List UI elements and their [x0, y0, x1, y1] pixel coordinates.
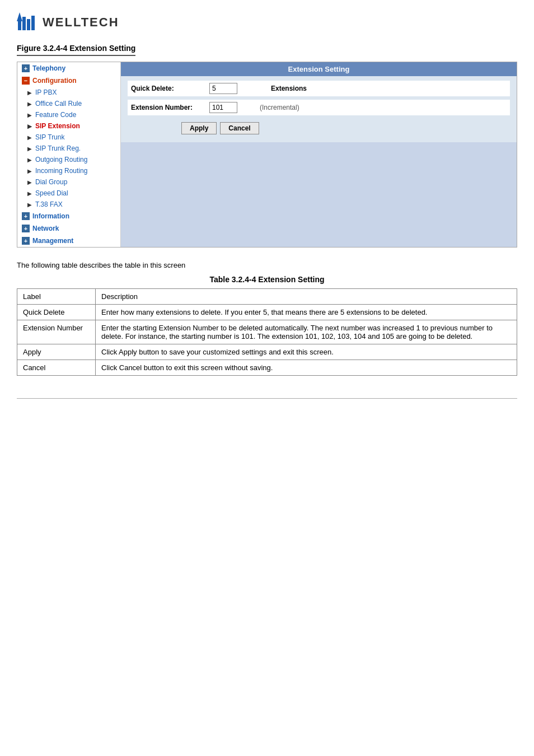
- col-header-label: Label: [17, 289, 96, 305]
- sidebar-label-management: Management: [32, 237, 73, 245]
- table-title: Table 3.2.4-4 Extension Setting: [17, 275, 517, 284]
- arrow-icon-ip-pbx: ▶: [27, 90, 33, 96]
- sidebar-item-ip-pbx[interactable]: ▶ IP PBX: [17, 87, 120, 98]
- svg-marker-1: [17, 12, 22, 21]
- svg-rect-0: [18, 21, 21, 30]
- welltech-logo-icon: [17, 11, 39, 34]
- sidebar: + Telephony − Configuration ▶ IP PBX ▶ O…: [17, 62, 121, 247]
- quick-delete-input[interactable]: [209, 83, 237, 94]
- sidebar-item-sip-trunk-reg[interactable]: ▶ SIP Trunk Reg.: [17, 143, 120, 154]
- content-body: Quick Delete: Extensions Extension Numbe…: [121, 76, 517, 142]
- arrow-icon-sip-extension: ▶: [27, 123, 33, 129]
- sidebar-label-sip-trunk-reg: SIP Trunk Reg.: [35, 144, 81, 152]
- figure-title: Figure 3.2.4-4 Extension Setting: [17, 44, 135, 56]
- sidebar-label-sip-extension: SIP Extension: [35, 122, 80, 130]
- arrow-icon-outgoing-routing: ▶: [27, 157, 33, 163]
- extension-number-row: Extension Number: (Incremental): [128, 100, 510, 115]
- sidebar-item-outgoing-routing[interactable]: ▶ Outgoing Routing: [17, 154, 120, 165]
- bottom-divider: [17, 398, 517, 399]
- table-row: Quick DeleteEnter how many extensions to…: [17, 305, 517, 320]
- sidebar-label-sip-trunk: SIP Trunk: [35, 133, 64, 141]
- col-header-description: Description: [96, 289, 517, 305]
- table-cell-description: Enter how many extensions to delete. If …: [96, 305, 517, 320]
- sidebar-label-speed-dial: Speed Dial: [35, 189, 68, 197]
- sidebar-label-dial-group: Dial Group: [35, 178, 67, 186]
- table-row: Extension NumberEnter the starting Exten…: [17, 320, 517, 344]
- sidebar-item-t38-fax[interactable]: ▶ T.38 FAX: [17, 199, 120, 210]
- logo-text: WELLTECH: [43, 15, 119, 30]
- arrow-icon-speed-dial: ▶: [27, 190, 33, 197]
- apply-button[interactable]: Apply: [181, 122, 217, 134]
- table-cell-description: Click Apply button to save your customiz…: [96, 344, 517, 360]
- table-cell-label: Apply: [17, 344, 96, 360]
- table-row: CancelClick Cancel button to exit this s…: [17, 360, 517, 376]
- table-cell-description: Enter the starting Extension Number to b…: [96, 320, 517, 344]
- network-plus-icon: +: [22, 225, 30, 232]
- sidebar-label-network: Network: [32, 225, 59, 232]
- sidebar-item-configuration[interactable]: − Configuration: [17, 74, 120, 87]
- sidebar-label-configuration: Configuration: [32, 77, 77, 85]
- cancel-button[interactable]: Cancel: [220, 122, 259, 134]
- quick-delete-suffix: Extensions: [271, 85, 307, 92]
- sidebar-label-information: Information: [32, 212, 69, 220]
- sidebar-item-sip-extension[interactable]: ▶ SIP Extension: [17, 120, 120, 132]
- sidebar-item-management[interactable]: + Management: [17, 235, 120, 247]
- content-header: Extension Setting: [121, 62, 517, 76]
- extension-setting-table: Label Description Quick DeleteEnter how …: [17, 288, 517, 376]
- sidebar-item-office-call-rule[interactable]: ▶ Office Call Rule: [17, 98, 120, 109]
- sidebar-label-outgoing-routing: Outgoing Routing: [35, 156, 87, 164]
- sidebar-item-speed-dial[interactable]: ▶ Speed Dial: [17, 188, 120, 199]
- description-paragraph: The following table describes the table …: [17, 261, 517, 269]
- arrow-icon-sip-trunk: ▶: [27, 134, 33, 141]
- table-cell-label: Quick Delete: [17, 305, 96, 320]
- svg-rect-3: [27, 19, 30, 30]
- table-cell-label: Cancel: [17, 360, 96, 376]
- extension-number-suffix: (Incremental): [260, 104, 299, 111]
- table-cell-description: Click Cancel button to exit this screen …: [96, 360, 517, 376]
- sidebar-label-incoming-routing: Incoming Routing: [35, 167, 87, 175]
- ui-container: + Telephony − Configuration ▶ IP PBX ▶ O…: [17, 62, 517, 248]
- svg-rect-2: [22, 17, 26, 30]
- arrow-icon-t38-fax: ▶: [27, 202, 33, 208]
- sidebar-item-network[interactable]: + Network: [17, 222, 120, 235]
- sidebar-label-office-call-rule: Office Call Rule: [35, 100, 82, 108]
- button-row: Apply Cancel: [178, 119, 510, 138]
- arrow-icon-dial-group: ▶: [27, 179, 33, 185]
- extension-number-label: Extension Number:: [131, 104, 209, 111]
- quick-delete-label: Quick Delete:: [131, 85, 209, 92]
- sidebar-item-telephony[interactable]: + Telephony: [17, 62, 120, 74]
- main-content: Extension Setting Quick Delete: Extensio…: [121, 62, 517, 247]
- management-plus-icon: +: [22, 237, 30, 245]
- sidebar-item-information[interactable]: + Information: [17, 210, 120, 222]
- sidebar-label-ip-pbx: IP PBX: [35, 88, 57, 96]
- quick-delete-row: Quick Delete: Extensions: [128, 81, 510, 96]
- sidebar-item-sip-trunk[interactable]: ▶ SIP Trunk: [17, 132, 120, 143]
- telephony-plus-icon: +: [22, 64, 30, 72]
- arrow-icon-incoming-routing: ▶: [27, 168, 33, 174]
- table-row: ApplyClick Apply button to save your cus…: [17, 344, 517, 360]
- sidebar-label-telephony: Telephony: [32, 64, 65, 72]
- table-cell-label: Extension Number: [17, 320, 96, 344]
- configuration-minus-icon: −: [22, 77, 30, 85]
- information-plus-icon: +: [22, 212, 30, 220]
- sidebar-item-dial-group[interactable]: ▶ Dial Group: [17, 176, 120, 188]
- arrow-icon-office-call-rule: ▶: [27, 101, 33, 107]
- logo-area: WELLTECH: [17, 11, 517, 34]
- arrow-icon-sip-trunk-reg: ▶: [27, 146, 33, 152]
- sidebar-item-feature-code[interactable]: ▶ Feature Code: [17, 109, 120, 120]
- sidebar-item-incoming-routing[interactable]: ▶ Incoming Routing: [17, 165, 120, 176]
- arrow-icon-feature-code: ▶: [27, 112, 33, 118]
- extension-number-input[interactable]: [209, 102, 237, 113]
- sidebar-label-t38-fax: T.38 FAX: [35, 200, 63, 208]
- svg-rect-4: [31, 16, 35, 30]
- sidebar-label-feature-code: Feature Code: [35, 111, 76, 119]
